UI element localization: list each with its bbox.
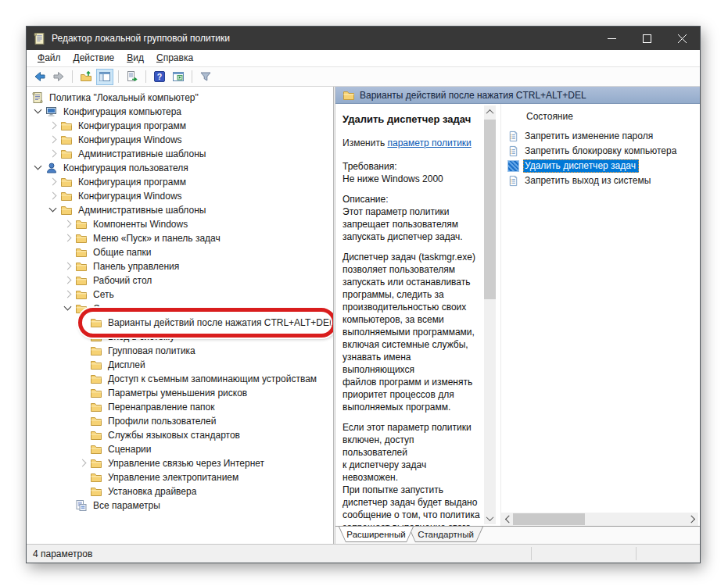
title-bar: Редактор локальной групповой политики (27, 27, 700, 50)
user-icon (45, 162, 58, 174)
folder-icon (90, 401, 102, 413)
tree-item[interactable]: Вход в систему (27, 330, 333, 344)
tree-item[interactable]: Конфигурация Windows (27, 189, 333, 203)
forward-arrow-icon[interactable] (50, 69, 67, 85)
folder-icon (90, 485, 102, 498)
tree-item[interactable]: Установка драйвера (27, 484, 333, 498)
tree-expander-icon[interactable] (46, 175, 60, 189)
tree-expander-icon[interactable] (76, 344, 90, 358)
policy-setting-link[interactable]: параметр политики (387, 138, 471, 148)
close-button[interactable] (665, 27, 700, 50)
scrollbar-thumb[interactable] (484, 120, 496, 299)
tree-item[interactable]: Службы языковых стандартов (27, 428, 333, 442)
tree-expander-icon[interactable] (76, 470, 90, 484)
tree-expander-icon[interactable] (46, 189, 60, 203)
tree-item[interactable]: Управление электропитанием (27, 470, 333, 484)
maximize-button[interactable] (629, 27, 665, 50)
tree-expander-icon[interactable] (76, 372, 90, 386)
scroll-up-icon[interactable] (484, 105, 496, 118)
tree-expander-icon[interactable] (61, 245, 75, 259)
tree-item[interactable]: Конфигурация программ (27, 175, 333, 189)
tree-item-label: Службы языковых стандартов (106, 430, 242, 441)
tree-item[interactable]: Конфигурация компьютера (27, 105, 333, 119)
tree-item[interactable]: Конфигурация пользователя (27, 161, 333, 175)
tree-item[interactable]: Управление связью через Интернет (27, 456, 333, 470)
tree-expander-icon[interactable] (61, 273, 75, 288)
menu-item[interactable]: Вид (120, 50, 150, 66)
export-list-icon[interactable] (124, 69, 141, 85)
tree-expander-icon[interactable] (61, 231, 75, 245)
tree-item-label: Административные шаблоны (77, 205, 207, 216)
folder-icon (90, 359, 102, 371)
tree-expander-icon[interactable] (31, 161, 45, 175)
up-one-level-icon[interactable] (77, 69, 95, 85)
tree-item[interactable]: Административные шаблоны (27, 203, 333, 217)
tree-expander-icon[interactable] (61, 302, 75, 316)
tree-expander-icon[interactable] (76, 442, 90, 456)
tree-expander-icon[interactable] (76, 414, 90, 428)
policy-list-item[interactable]: Запретить выход из системы (501, 173, 700, 188)
tree-item[interactable]: Панель управления (27, 259, 333, 273)
tree-item[interactable]: Параметры уменьшения рисков (27, 386, 333, 400)
tree-item[interactable]: Профили пользователей (27, 414, 333, 428)
tree-expander-icon[interactable] (76, 456, 90, 470)
tree-expander-icon[interactable] (76, 358, 90, 372)
column-header-state[interactable]: Состояние (501, 109, 700, 124)
scroll-right-icon[interactable] (686, 513, 698, 526)
tree-expander-icon[interactable] (76, 330, 90, 344)
policy-list-item[interactable]: Запретить блокировку компьютера (501, 144, 700, 159)
tree-item[interactable]: Политика "Локальный компьютер" (27, 91, 333, 105)
tree-expander-icon[interactable] (61, 498, 75, 513)
minimize-button[interactable] (594, 27, 629, 50)
tree-expander-icon[interactable] (61, 217, 75, 231)
tree-item[interactable]: Дисплей (27, 358, 333, 372)
tree-expander-icon[interactable] (76, 484, 90, 498)
policy-list-item[interactable]: Удалить диспетчер задач (501, 159, 700, 173)
tree-item[interactable]: Все параметры (27, 498, 333, 513)
tree-item[interactable]: Групповая политика (27, 344, 333, 358)
tree-expander-icon[interactable] (46, 203, 60, 217)
view-tab[interactable]: Стандартный (408, 527, 483, 542)
tree-expander-icon[interactable] (76, 428, 90, 442)
menu-item[interactable]: Справка (150, 50, 199, 66)
toolbar-separator (118, 70, 119, 83)
tree-expander-icon[interactable] (46, 119, 60, 133)
tree-item[interactable]: Меню «Пуск» и панель задач (27, 231, 333, 245)
tree-item[interactable]: Перенаправление папок (27, 400, 333, 414)
tree-expander-icon[interactable] (31, 105, 45, 119)
tree-item[interactable]: Конфигурация программ (27, 119, 333, 133)
tree-item[interactable]: Рабочий стол (27, 273, 333, 288)
tree-expander-icon[interactable] (76, 316, 90, 330)
tree-item[interactable]: Варианты действий после нажатия CTRL+ALT… (27, 316, 333, 330)
tree-item[interactable]: Доступ к съемным запоминающим устройства… (27, 372, 333, 386)
tree-expander-icon[interactable] (76, 400, 90, 414)
view-tab[interactable]: Расширенный (339, 527, 414, 542)
tree-expander-icon[interactable] (61, 259, 75, 273)
tree-item[interactable]: Общие папки (27, 245, 333, 259)
results-header-title: Варианты действий после нажатия CTRL+ALT… (360, 90, 586, 101)
help-icon[interactable]: ? (151, 69, 168, 85)
tree-item[interactable]: Сценарии (27, 442, 333, 456)
back-arrow-icon[interactable] (31, 69, 48, 85)
show-extended-view-icon[interactable] (170, 69, 187, 85)
tree-item[interactable]: Административные шаблоны (27, 147, 333, 161)
tree-expander-icon[interactable] (76, 386, 90, 400)
scroll-down-icon[interactable] (484, 512, 496, 524)
tree-item[interactable]: Конфигурация Windows (27, 133, 333, 147)
tree-expander-icon[interactable] (46, 147, 60, 161)
show-console-tree-icon[interactable] (96, 69, 113, 85)
description-scrollbar[interactable] (484, 105, 496, 524)
tree-item[interactable]: Сеть (27, 288, 333, 302)
tree-expander-icon[interactable] (46, 133, 60, 147)
tree-item[interactable]: Компоненты Windows (27, 217, 333, 231)
menu-item[interactable]: Файл (31, 50, 67, 66)
filter-icon[interactable] (197, 69, 214, 85)
policy-requirements: Требования: Не ниже Windows 2000 (342, 160, 480, 185)
scrollbar-thumb[interactable] (513, 513, 585, 525)
tree-expander-icon[interactable] (61, 288, 75, 302)
list-horizontal-scrollbar[interactable] (501, 513, 698, 526)
tree-item[interactable]: Система (27, 302, 333, 316)
scroll-left-icon[interactable] (501, 513, 514, 526)
policy-list-item[interactable]: Запретить изменение пароля (501, 129, 700, 144)
menu-item[interactable]: Действие (67, 50, 121, 66)
